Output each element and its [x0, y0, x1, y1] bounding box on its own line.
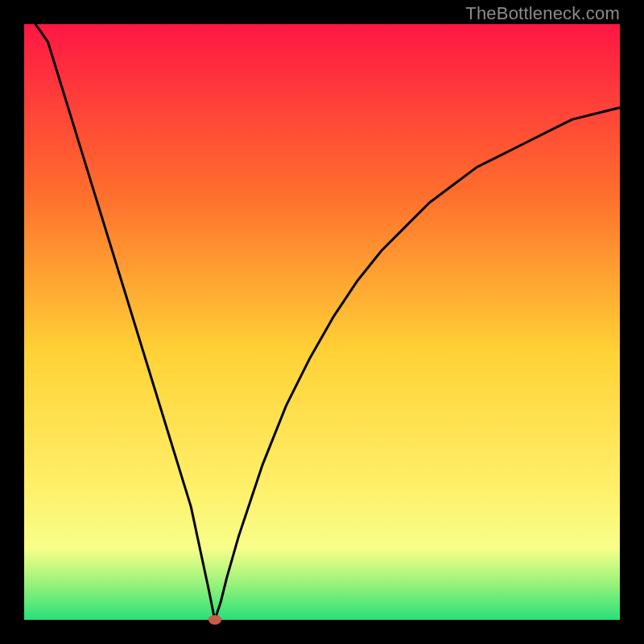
plot-area — [24, 24, 620, 620]
chart-frame: TheBottleneck.com — [0, 0, 644, 644]
watermark-text: TheBottleneck.com — [465, 3, 620, 24]
bottleneck-curve — [24, 24, 620, 620]
bottleneck-marker — [208, 615, 221, 625]
